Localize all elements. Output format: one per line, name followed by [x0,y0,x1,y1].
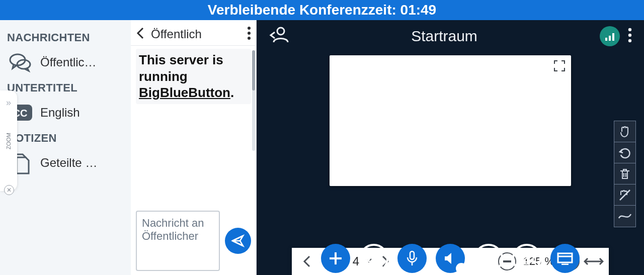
pan-tool-icon[interactable] [614,121,635,142]
whiteboard-tool-palette [614,121,636,227]
svg-rect-19 [330,257,342,259]
sidebar-item-label: Geteilte … [40,156,97,170]
section-header-captions: UNTERTITEL [7,81,124,95]
chat-welcome-message: This server is running BigBlueButton. [136,49,251,104]
svg-point-5 [248,32,251,35]
closed-captions-button[interactable]: CC [359,244,388,273]
share-screen-button[interactable] [512,244,541,273]
svg-rect-10 [612,33,614,41]
main-layout: NACHRICHTEN Öffentlic… UNTERTITEL CC En [0,20,644,275]
zoom-widget-close-icon[interactable]: ✕ [4,185,14,195]
svg-point-4 [248,27,251,30]
microphone-button[interactable] [397,244,427,273]
svg-rect-8 [605,38,607,41]
action-bar: CC [257,242,644,275]
chat-input-row: Nachricht an Öffentlicher [131,207,256,275]
room-title: Startraum [297,28,592,45]
delete-tool-icon[interactable] [614,163,635,185]
svg-point-6 [248,37,251,40]
svg-point-12 [628,34,631,37]
svg-point-7 [277,28,284,35]
chat-panel: Öffentlich This server is running BigBlu… [131,20,257,275]
presentation-slide[interactable] [330,55,571,186]
minimize-presentation-button[interactable] [550,244,580,273]
actions-plus-button[interactable] [321,244,350,273]
presentation-options-button[interactable] [628,28,632,45]
svg-rect-20 [410,251,414,259]
sidebar-item-caption-english[interactable]: CC English [7,99,124,127]
sidebar-item-shared-notes[interactable]: Geteilte … [7,149,124,177]
svg-rect-27 [558,253,572,262]
zoom-widget-label: ZOOM [6,133,12,149]
svg-point-1 [17,60,30,69]
multi-user-whiteboard-icon[interactable] [614,185,635,206]
undo-tool-icon[interactable] [614,142,635,163]
send-message-button[interactable] [225,228,251,254]
sidebar-item-label: Öffentlic… [40,55,97,69]
presentation-header: Startraum [257,20,644,52]
svg-point-13 [628,39,631,42]
zoom-widget-chevron-icon: » [6,98,11,108]
zoom-widget[interactable]: » ZOOM ✕ [0,90,17,191]
section-header-messages: NACHRICHTEN [7,31,124,44]
presentation-area: Startraum Folie 4 [257,20,644,275]
remaining-time-banner: Verbleibende Konferenzzeit: 01:49 [0,0,644,20]
svg-point-11 [628,28,631,31]
bbb-link[interactable]: BigBlueButton [139,85,230,100]
sidebar-item-label: English [40,106,80,120]
chat-title: Öffentlich [151,27,242,41]
user-list-toggle-icon[interactable] [269,25,289,47]
chat-back-button[interactable] [136,26,146,42]
audio-button[interactable] [436,244,465,273]
chat-body: This server is running BigBlueButton. [131,46,256,207]
chat-header: Öffentlich [131,20,256,46]
fullscreen-icon[interactable] [553,59,566,74]
svg-rect-9 [609,36,611,41]
sidebar-left: NACHRICHTEN Öffentlic… UNTERTITEL CC En [0,20,131,275]
chat-options-button[interactable] [247,26,251,42]
section-header-notes: NOTIZEN [7,132,124,145]
webcam-button[interactable] [474,244,503,273]
chat-message-input[interactable]: Nachricht an Öffentlicher [136,211,220,271]
chat-scrollbar[interactable] [252,50,255,151]
sidebar-item-public-chat[interactable]: Öffentlic… [7,48,124,76]
connection-status-icon[interactable] [600,26,620,46]
shapes-tool-icon[interactable] [614,206,635,227]
chat-bubbles-icon [7,51,33,73]
